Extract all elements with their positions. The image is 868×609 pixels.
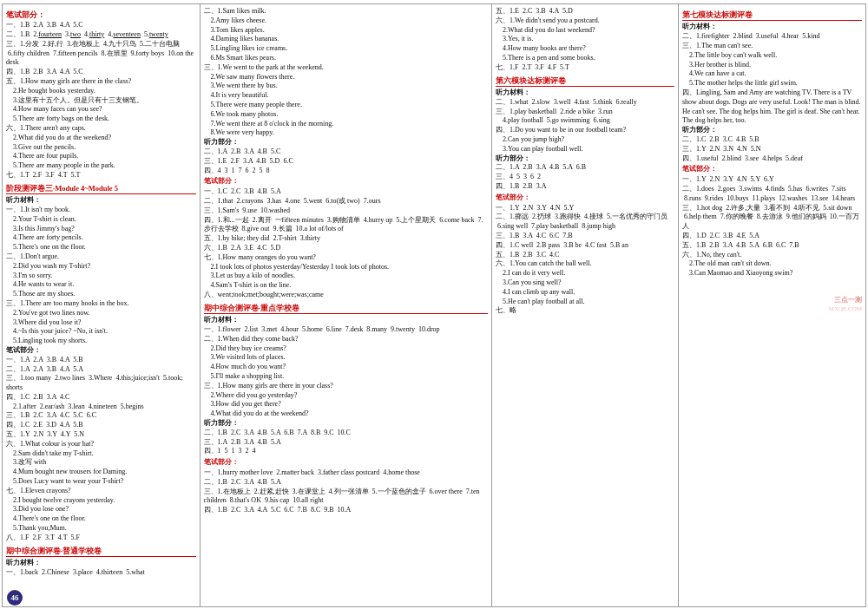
page-number: 46 (7, 590, 23, 606)
section-bishi: 笔试部分： 一、1.B 2.A 3.B 4.A 5.C 二、1.B 2.four… (6, 10, 196, 180)
module7-title: 第七模块达标测评卷 (682, 10, 862, 21)
jieduan-title: 阶段测评卷三·Module 4~Module 5 (6, 184, 196, 194)
column-right-b: 第七模块达标测评卷 听力材料： 二、1.firefighter 2.blind … (679, 4, 865, 606)
watermark: MXQE.COM (682, 305, 862, 313)
module6-title: 第六模块达标测评卷 (496, 76, 674, 87)
column-left: 笔试部分： 一、1.B 2.A 3.B 4.A 5.C 二、1.B 2.four… (3, 4, 201, 606)
qizhong-title: 期中综合测评卷·普通学校卷 (6, 547, 196, 557)
logo-bottom: 三点一测 (682, 296, 862, 305)
column-middle: 二、1.Sam likes milk. 2.Amy likes cheese. … (201, 4, 492, 606)
column-right: 五、1.E 2.C 3.B 4.A 5.D 六、1.We didn't send… (492, 4, 865, 606)
content-area: 笔试部分： 一、1.B 2.A 3.B 4.A 5.C 二、1.B 2.four… (2, 3, 866, 607)
bishi-content: 一、1.B 2.A 3.B 4.A 5.C 二、1.B 2.fourteen 3… (6, 21, 196, 180)
qizhong-zhongdian-title: 期中综合测评卷·重点学校卷 (204, 304, 488, 314)
bishi-title: 笔试部分： (6, 10, 196, 20)
section-jieduan: 阶段测评卷三·Module 4~Module 5 听力材料： 一、1.It is… (6, 184, 196, 543)
column-right-a: 五、1.E 2.C 3.B 4.A 5.D 六、1.We didn't send… (492, 4, 679, 606)
section-qizhong: 期中综合测评卷·普通学校卷 听力材料： 一、1.back 2.Chinese 3… (6, 547, 196, 578)
page-container: 笔试部分： 一、1.B 2.A 3.B 4.A 5.C 二、1.B 2.four… (0, 0, 868, 609)
